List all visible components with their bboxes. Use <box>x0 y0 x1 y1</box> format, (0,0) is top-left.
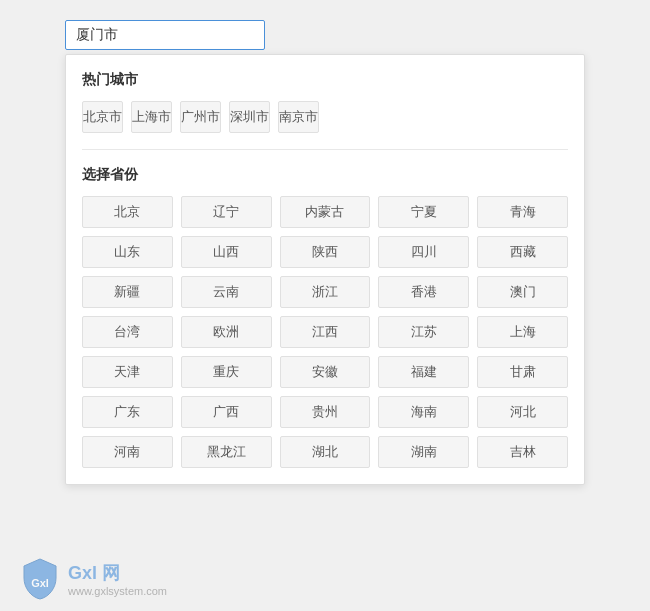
province-button[interactable]: 辽宁 <box>181 196 272 228</box>
hot-cities-list: 北京市上海市广州市深圳市南京市 <box>82 101 568 133</box>
province-button[interactable]: 广西 <box>181 396 272 428</box>
province-button[interactable]: 河南 <box>82 436 173 468</box>
hot-city-button[interactable]: 广州市 <box>180 101 221 133</box>
province-button[interactable]: 贵州 <box>280 396 371 428</box>
province-button[interactable]: 山西 <box>181 236 272 268</box>
province-button[interactable]: 黑龙江 <box>181 436 272 468</box>
province-button[interactable]: 江西 <box>280 316 371 348</box>
hot-city-button[interactable]: 南京市 <box>278 101 319 133</box>
province-button[interactable]: 四川 <box>378 236 469 268</box>
watermark-url-label: www.gxlsystem.com <box>68 585 167 597</box>
province-button[interactable]: 河北 <box>477 396 568 428</box>
province-button[interactable]: 宁夏 <box>378 196 469 228</box>
province-button[interactable]: 重庆 <box>181 356 272 388</box>
watermark: Gxl Gxl 网 www.gxlsystem.com <box>20 557 167 601</box>
province-button[interactable]: 台湾 <box>82 316 173 348</box>
province-button[interactable]: 青海 <box>477 196 568 228</box>
province-button[interactable]: 福建 <box>378 356 469 388</box>
svg-text:Gxl: Gxl <box>31 577 49 589</box>
province-button[interactable]: 江苏 <box>378 316 469 348</box>
watermark-text-group: Gxl 网 www.gxlsystem.com <box>68 561 167 597</box>
province-button[interactable]: 云南 <box>181 276 272 308</box>
province-button[interactable]: 广东 <box>82 396 173 428</box>
section-divider <box>82 149 568 150</box>
hot-city-button[interactable]: 深圳市 <box>229 101 270 133</box>
province-button[interactable]: 湖南 <box>378 436 469 468</box>
province-button[interactable]: 海南 <box>378 396 469 428</box>
province-button[interactable]: 吉林 <box>477 436 568 468</box>
hot-city-button[interactable]: 北京市 <box>82 101 123 133</box>
city-search-input[interactable] <box>65 20 265 50</box>
watermark-brand-label: Gxl 网 <box>68 561 167 585</box>
province-button[interactable]: 北京 <box>82 196 173 228</box>
hot-city-button[interactable]: 上海市 <box>131 101 172 133</box>
city-dropdown: 热门城市 北京市上海市广州市深圳市南京市 选择省份 北京辽宁内蒙古宁夏青海山东山… <box>65 54 585 485</box>
province-grid: 北京辽宁内蒙古宁夏青海山东山西陕西四川西藏新疆云南浙江香港澳门台湾欧洲江西江苏上… <box>82 196 568 468</box>
province-button[interactable]: 欧洲 <box>181 316 272 348</box>
province-button[interactable]: 山东 <box>82 236 173 268</box>
province-button[interactable]: 甘肃 <box>477 356 568 388</box>
hot-cities-title: 热门城市 <box>82 71 568 89</box>
province-button[interactable]: 西藏 <box>477 236 568 268</box>
city-selector-container: 热门城市 北京市上海市广州市深圳市南京市 选择省份 北京辽宁内蒙古宁夏青海山东山… <box>65 20 585 50</box>
watermark-shield-icon: Gxl <box>20 557 60 601</box>
province-button[interactable]: 澳门 <box>477 276 568 308</box>
province-button[interactable]: 天津 <box>82 356 173 388</box>
province-button[interactable]: 湖北 <box>280 436 371 468</box>
province-button[interactable]: 安徽 <box>280 356 371 388</box>
province-button[interactable]: 新疆 <box>82 276 173 308</box>
province-button[interactable]: 浙江 <box>280 276 371 308</box>
province-section-title: 选择省份 <box>82 166 568 184</box>
province-button[interactable]: 香港 <box>378 276 469 308</box>
province-button[interactable]: 内蒙古 <box>280 196 371 228</box>
province-button[interactable]: 陕西 <box>280 236 371 268</box>
province-button[interactable]: 上海 <box>477 316 568 348</box>
